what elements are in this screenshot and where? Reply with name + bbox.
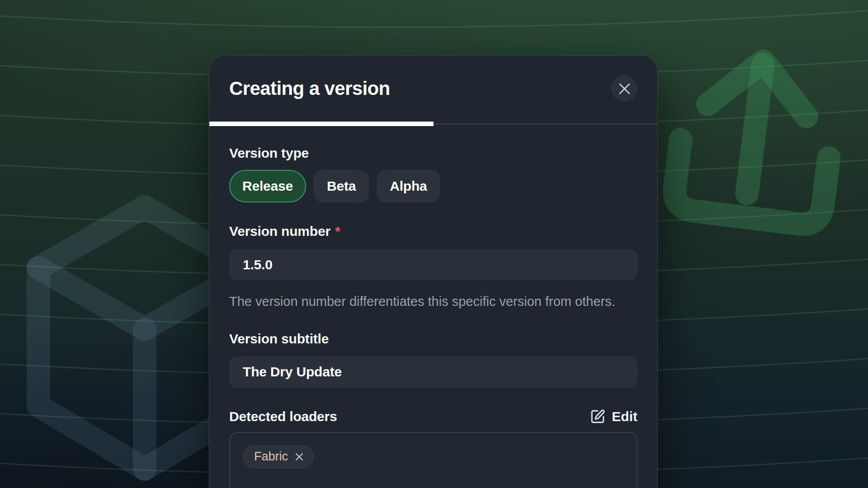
loader-chip-fabric[interactable]: Fabric bbox=[243, 446, 314, 468]
modal-title: Creating a version bbox=[229, 78, 390, 99]
remove-loader-icon[interactable] bbox=[294, 452, 304, 462]
version-number-label: Version number* bbox=[229, 223, 637, 239]
version-subtitle-label: Version subtitle bbox=[229, 331, 637, 347]
detected-loaders-row: Detected loaders Edit bbox=[229, 408, 637, 425]
progress-bar bbox=[209, 122, 657, 126]
edit-label: Edit bbox=[612, 409, 637, 424]
modal-header: Creating a version bbox=[209, 56, 657, 122]
loader-chip-label: Fabric bbox=[254, 450, 288, 464]
version-number-help: The version number differentiates this s… bbox=[229, 292, 627, 312]
version-type-options: Release Beta Alpha bbox=[229, 170, 637, 202]
version-number-input[interactable] bbox=[229, 249, 637, 280]
modal-content: Version type Release Beta Alpha Version … bbox=[209, 126, 657, 488]
close-button[interactable] bbox=[611, 75, 637, 102]
edit-icon bbox=[590, 409, 605, 424]
detected-loaders-container: Fabric bbox=[229, 432, 637, 488]
detected-loaders-label: Detected loaders bbox=[229, 408, 337, 425]
version-type-release-button[interactable]: Release bbox=[229, 170, 306, 202]
close-icon bbox=[618, 83, 631, 95]
create-version-modal: Creating a version Version type Release … bbox=[209, 55, 658, 488]
version-type-label: Version type bbox=[229, 145, 637, 161]
edit-loaders-button[interactable]: Edit bbox=[590, 409, 637, 424]
required-asterisk: * bbox=[335, 224, 340, 239]
progress-fill bbox=[209, 122, 434, 126]
upload-arrow-decoration-icon bbox=[651, 38, 863, 255]
version-type-alpha-button[interactable]: Alpha bbox=[377, 170, 440, 202]
version-type-beta-button[interactable]: Beta bbox=[314, 170, 369, 202]
version-subtitle-input[interactable] bbox=[229, 357, 637, 388]
